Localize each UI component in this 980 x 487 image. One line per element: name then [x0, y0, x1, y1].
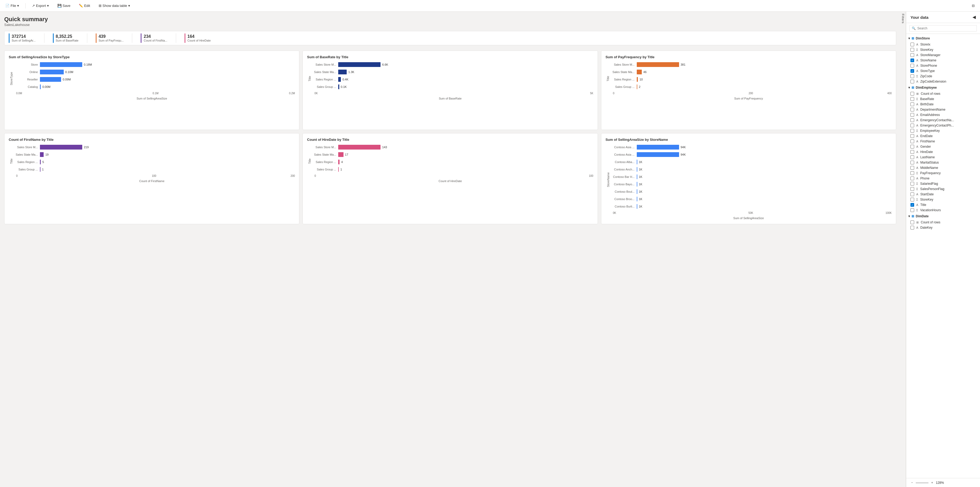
sidebar-item-1-7[interactable]: Σ EmployeeKey: [906, 128, 980, 133]
sidebar-item-1-8[interactable]: A EndDate: [906, 133, 980, 139]
x-axis-label: Sum of SellingAreaSize: [606, 217, 892, 220]
bar-row-3: Sales Group ... 0.1K: [312, 85, 593, 89]
bar-label-3: Sales Group ...: [611, 85, 635, 88]
sidebar-item-1-21[interactable]: A Title: [906, 202, 980, 208]
x-tick-0: 0.0M: [16, 92, 22, 95]
collapse-icon[interactable]: ◀: [973, 15, 976, 19]
bar-container-1: 0.10M: [40, 70, 295, 74]
y-axis-label: StoreType: [10, 72, 13, 85]
bar-row-2: Sales Region ... 0.4K: [312, 77, 593, 82]
export-button[interactable]: ↗ Export ▾: [30, 3, 51, 9]
y-axis-label: Title: [308, 76, 311, 81]
bar-1: [40, 70, 64, 74]
bar-row-8: Contoso Burli... 1K: [611, 204, 892, 209]
sidebar-item-0-4[interactable]: A StorePhone: [906, 63, 980, 68]
sidebar-item-0-1[interactable]: Σ StoreKey: [906, 47, 980, 53]
bar-row-1: Sales State Ma... 17: [312, 152, 593, 157]
zoom-out-button[interactable]: －: [910, 481, 914, 485]
sidebar-item-0-6[interactable]: Σ ZipCode: [906, 73, 980, 79]
window-restore-button[interactable]: ⊟: [970, 3, 977, 9]
chart-body: StoreName Contoso Asia ... 94K Contoso A…: [606, 145, 892, 214]
sidebar-item-1-12[interactable]: A LastName: [906, 155, 980, 160]
sidebar-item-1-6[interactable]: A EmergencyContactPh...: [906, 123, 980, 128]
sidebar-item-1-10[interactable]: A Gender: [906, 144, 980, 149]
x-ticks: 0100: [312, 174, 593, 177]
sidebar-section-2[interactable]: ▾ ⊞ DimDate: [906, 213, 980, 220]
sidebar-item-0-7[interactable]: A ZipCodeExtension: [906, 79, 980, 84]
kpi-item-0: 372714 Sum of SellingAr...: [9, 34, 36, 43]
unchecked-box-1-3: [910, 108, 914, 112]
search-input[interactable]: [917, 27, 974, 30]
kpi-item-1: 8,352.25 Sum of BaseRate: [53, 34, 78, 43]
sidebar-item-1-3[interactable]: A DepartmentName: [906, 107, 980, 112]
item-label-1-22: VacationHours: [920, 208, 941, 212]
filters-label[interactable]: Filters: [900, 12, 906, 487]
kpi-accent-2: [96, 34, 97, 43]
unchecked-box-1-1: [910, 97, 914, 101]
bar-value-3: 1: [42, 168, 44, 171]
bar-row-6: Contoso Boul... 1K: [611, 189, 892, 194]
sidebar-item-0-3[interactable]: A StoreName: [906, 58, 980, 63]
sidebar-item-1-13[interactable]: A MaritalStatus: [906, 160, 980, 165]
sidebar-item-1-9[interactable]: A FirstName: [906, 139, 980, 144]
unchecked-box-1-0: [910, 92, 914, 96]
x-tick-1: 50K: [748, 211, 753, 214]
sidebar-item-1-22[interactable]: Σ VacationHours: [906, 208, 980, 213]
file-menu[interactable]: 📄 File ▾: [3, 3, 21, 9]
bar-label-1: Sales State Ma...: [312, 70, 336, 73]
item-label-1-19: StartDate: [920, 192, 934, 196]
sidebar-item-2-1[interactable]: A DateKey: [906, 225, 980, 230]
bar-3: [338, 85, 339, 89]
zoom-in-button[interactable]: ＋: [931, 481, 934, 485]
sidebar-item-1-15[interactable]: Σ PayFrequency: [906, 171, 980, 176]
sidebar-item-1-14[interactable]: A MiddleName: [906, 165, 980, 171]
sidebar-section-1[interactable]: ▾ ⊞ DimEmployee: [906, 84, 980, 91]
sidebar-item-1-20[interactable]: Σ StoreKey: [906, 197, 980, 202]
sidebar-item-1-19[interactable]: A StartDate: [906, 192, 980, 197]
bar-row-3: Sales Group ... 1: [14, 167, 295, 172]
sidebar-item-1-16[interactable]: A Phone: [906, 176, 980, 181]
sidebar-item-1-1[interactable]: Σ BaseRate: [906, 96, 980, 102]
sidebar-item-1-5[interactable]: A EmergencyContactNa...: [906, 118, 980, 123]
item-label-0-2: StoreManager: [920, 53, 940, 57]
sidebar-item-0-5[interactable]: A StoreType: [906, 68, 980, 73]
bar-container-1: 17: [338, 152, 593, 157]
show-data-table-button[interactable]: ⊞ Show data table ▾: [97, 3, 132, 9]
chart-body: Title Sales Store M... 143 Sales State M…: [307, 145, 593, 177]
bar-row-2: Contoso Alba... 1K: [611, 160, 892, 164]
bar-2: [40, 77, 61, 82]
zoom-slider[interactable]: ————: [916, 481, 928, 485]
bar-value-1: 17: [345, 153, 348, 156]
sidebar-item-1-0[interactable]: ⊞ Count of rows: [906, 91, 980, 96]
right-panel: Filters Your data ◀ 🔍 ▾ ⊞ DimStore A Sto…: [900, 12, 980, 487]
checked-icon-1-21: [910, 203, 914, 207]
bar-1: [637, 70, 642, 74]
section-chevron-2: ▾: [908, 214, 910, 218]
bar-container-2: 4: [338, 160, 593, 164]
item-label-1-1: BaseRate: [920, 97, 934, 101]
bar-4: [637, 174, 637, 179]
sidebar-body: ▾ ⊞ DimStore A StoreIx Σ StoreKey A Stor…: [906, 34, 980, 478]
sidebar-item-0-0[interactable]: A StoreIx: [906, 42, 980, 47]
bar-label-0: Contoso Asia ...: [611, 145, 635, 149]
sidebar-footer: － ———— ＋ 128%: [906, 478, 980, 487]
y-axis-label: Title: [308, 158, 311, 164]
kpi-sep-2: [132, 34, 132, 43]
bar-container-3: 0.00M: [40, 85, 295, 89]
bar-label-0: Sales Store M...: [14, 145, 38, 149]
kpi-value-0: 372714: [12, 34, 36, 39]
sidebar-item-2-0[interactable]: ⊞ Count of rows: [906, 220, 980, 225]
kpi-accent-4: [185, 34, 185, 43]
sidebar-item-1-4[interactable]: A EmailAddress: [906, 112, 980, 118]
sidebar-section-0[interactable]: ▾ ⊞ DimStore: [906, 35, 980, 42]
sidebar-item-1-2[interactable]: A BirthDate: [906, 102, 980, 107]
sidebar-item-1-18[interactable]: Σ SalesPersonFlag: [906, 186, 980, 192]
bar-1: [338, 152, 343, 157]
save-button[interactable]: 💾 Save: [55, 3, 73, 9]
file-chevron: ▾: [17, 4, 19, 8]
sidebar-item-1-17[interactable]: Σ SalariedFlag: [906, 181, 980, 186]
edit-button[interactable]: ✏️ Edit: [77, 3, 92, 9]
sidebar-item-0-2[interactable]: A StoreManager: [906, 53, 980, 58]
sidebar-item-1-11[interactable]: A HireDate: [906, 149, 980, 155]
text-icon-1-3: A: [916, 108, 918, 111]
